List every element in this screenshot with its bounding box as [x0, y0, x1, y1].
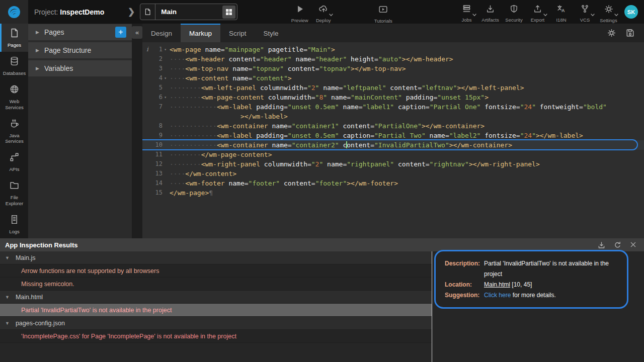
line-number: 6▾ [152, 93, 167, 102]
line-number: 15 [152, 188, 167, 198]
sidebar-item-java-services[interactable]: Java Services [0, 114, 28, 148]
topbar-action-jobs[interactable]: Jobs [455, 1, 478, 23]
code-line-6[interactable]: 6▾········<wm-page-content columnwidth="… [142, 93, 644, 102]
upload-tray-icon [533, 4, 542, 16]
grid-icon[interactable] [222, 6, 235, 19]
panel-section-page-structure[interactable]: ▶Page Structure [28, 42, 132, 58]
gutter-annotation [142, 54, 152, 64]
line-number: 7 [152, 102, 167, 112]
editor-settings-gear-icon[interactable] [607, 28, 616, 38]
sidebar-item-databases[interactable]: Databases [0, 52, 28, 80]
code-text: ········<wm-left-panel columnwidth="2" n… [167, 83, 524, 93]
server-icon [462, 4, 471, 16]
save-icon[interactable] [625, 28, 635, 38]
code-text: ········</wm-page-content> [167, 150, 272, 159]
translate-icon: A [556, 4, 566, 16]
sidebar-item-web-services[interactable]: Web Services [0, 80, 28, 114]
code-line-wrap[interactable]: ></wm-label> [142, 112, 644, 121]
inspection-file-Main-html[interactable]: ▼Main.html [0, 291, 432, 304]
inspection-issue[interactable]: 'IncompletePage.css' for Page 'Incomplet… [0, 330, 432, 343]
tab-script[interactable]: Script [220, 24, 255, 42]
chevron-down-icon [591, 10, 595, 19]
topbar-action-artifacts[interactable]: Artifacts [478, 1, 502, 23]
code-line-1[interactable]: i1▾<wm-page name="mainpage" pagetitle="M… [142, 45, 644, 54]
panel-section-pages[interactable]: ▶Pages+ [28, 24, 132, 40]
tab-markup[interactable]: Markup [181, 24, 220, 42]
sidebar-item-pages[interactable]: Pages [0, 24, 28, 52]
topbar-action-i18n[interactable]: AI18N [549, 1, 573, 23]
doc-icon [9, 214, 20, 227]
topbar: Project: InspectDemo ❯ Main PreviewDeplo… [0, 0, 644, 24]
add-page-button[interactable]: + [115, 27, 126, 38]
fold-marker-icon[interactable]: ▾ [163, 45, 167, 54]
line-number: 4▾ [152, 73, 167, 83]
wavemaker-logo-icon[interactable] [0, 0, 28, 24]
code-line-10[interactable]: 10············<wm-container name="contai… [142, 140, 644, 150]
code-line-9[interactable]: 9············<wm-label padding="unset 0.… [142, 131, 644, 140]
inspection-issue[interactable]: Partial 'InvalidPartialTwo' is not avail… [0, 304, 432, 317]
app-inspection-panel: App Inspection Results ▼Main.jsArrow fun… [0, 238, 644, 362]
sidebar-item-logs[interactable]: Logs [0, 210, 28, 238]
code-line-7[interactable]: 7············<wm-label padding="unset 0.… [142, 102, 644, 112]
gutter-annotation [142, 131, 152, 140]
inspection-file-pages-config-json[interactable]: ▼pages-config.json [0, 317, 432, 330]
topbar-actions-mid: Tutorials [371, 1, 395, 24]
sidebar-item-file-explorer[interactable]: File Explorer [0, 176, 28, 210]
inspection-file-Main-js[interactable]: ▼Main.js [0, 251, 432, 264]
sidebar-item-label: Web Services [2, 99, 27, 111]
fold-marker-icon[interactable]: ▾ [163, 73, 167, 83]
inspection-issue[interactable]: Missing semicolon. [0, 278, 432, 291]
topbar-action-settings[interactable]: Settings [597, 1, 620, 23]
sidebar-item-label: File Explorer [2, 195, 27, 207]
topbar-action-tutorials[interactable]: Tutorials [371, 1, 395, 24]
download-results-icon[interactable] [597, 241, 606, 249]
user-avatar[interactable]: SK [624, 5, 638, 19]
svg-text:A: A [561, 8, 565, 13]
sidebar-item-apis[interactable]: APIs [0, 148, 28, 176]
code-text: ········<wm-page-content columnwidth="8"… [167, 93, 489, 102]
panel-section-label: Variables [44, 64, 132, 72]
code-line-14[interactable]: 14····<wm-footer name="footer" content="… [142, 178, 644, 188]
refresh-results-icon[interactable] [613, 241, 622, 249]
collapse-panel-button[interactable]: « [132, 26, 142, 39]
code-editor[interactable]: i1▾<wm-page name="mainpage" pagetitle="M… [142, 42, 644, 238]
database-icon [9, 56, 20, 68]
code-text: ····<wm-content name="content"> [167, 73, 292, 83]
chevron-right-icon: ▶ [36, 30, 39, 35]
gutter-annotation [142, 102, 152, 112]
code-line-8[interactable]: 8············<wm-container name="contain… [142, 121, 644, 131]
tab-design[interactable]: Design [142, 24, 181, 42]
topbar-action-label: Export [531, 17, 544, 23]
code-line-2[interactable]: 2····<wm-header content="header" name="h… [142, 54, 644, 64]
line-number: 11 [152, 150, 167, 159]
fold-marker-icon[interactable]: ▾ [163, 93, 167, 102]
topbar-action-preview[interactable]: Preview [288, 1, 311, 23]
code-line-3[interactable]: 3····<wm-top-nav name="topnav" content="… [142, 64, 644, 73]
gutter-annotation [142, 83, 152, 93]
code-text: ············<wm-container name="containe… [167, 140, 512, 150]
topbar-action-label: Jobs [461, 17, 471, 23]
click-here-link[interactable]: Click here [484, 292, 511, 299]
gutter-annotation [142, 169, 152, 178]
topbar-action-vcs[interactable]: VCS [573, 1, 597, 23]
code-line-13[interactable]: 13····</wm-content> [142, 169, 644, 178]
inspection-issue[interactable]: Arrow functions are not supported by all… [0, 264, 432, 278]
chevron-right-icon: ▶ [36, 66, 39, 71]
tab-style[interactable]: Style [255, 24, 287, 42]
code-line-4[interactable]: 4▾····<wm-content name="content"> [142, 73, 644, 83]
panel-section-variables[interactable]: ▶Variables [28, 60, 132, 76]
page-selector[interactable]: Main [140, 4, 237, 20]
line-number: 10 [152, 140, 167, 150]
topbar-action-export[interactable]: Export [526, 1, 549, 23]
code-text: ····<wm-header content="header" name="he… [167, 54, 453, 64]
code-line-5[interactable]: 5········<wm-left-panel columnwidth="2" … [142, 83, 644, 93]
panel-collapse-strip: « [132, 24, 142, 238]
topbar-action-security[interactable]: Security [502, 1, 526, 23]
code-line-12[interactable]: 12········<wm-right-panel columnwidth="2… [142, 159, 644, 169]
location-file-link[interactable]: Main.html [484, 281, 510, 288]
code-line-11[interactable]: 11········</wm-page-content> [142, 150, 644, 159]
gutter-annotation [142, 112, 152, 121]
code-line-15[interactable]: 15</wm-page>¶ [142, 188, 644, 198]
topbar-action-deploy[interactable]: Deploy [311, 1, 335, 23]
close-panel-icon[interactable] [629, 241, 637, 249]
